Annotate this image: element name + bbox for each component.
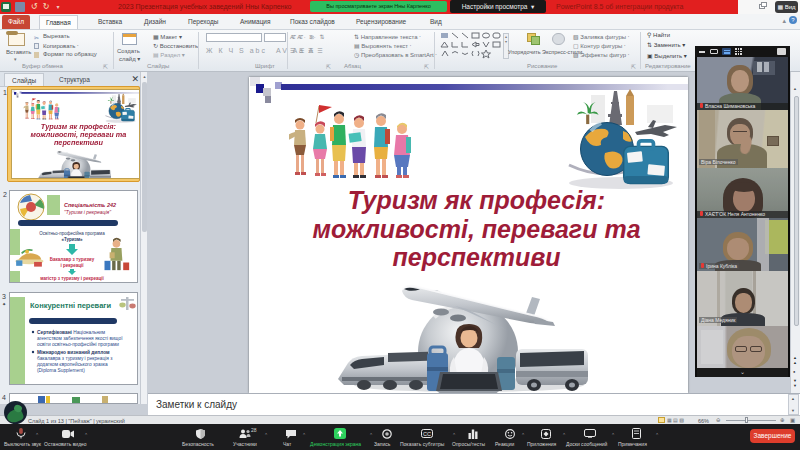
svg-text:додатком європейського зразка: додатком європейського зразка bbox=[37, 361, 108, 367]
svg-text:«Туризм»: «Туризм» bbox=[62, 237, 83, 242]
svg-text:(Diploma Supplement): (Diploma Supplement) bbox=[37, 368, 85, 373]
svg-text:і рекреації: і рекреації bbox=[60, 263, 84, 268]
svg-text:Сертифіковані Національним: Сертифіковані Національним bbox=[37, 329, 105, 335]
svg-text:бакалавра з туризму і рекреаці: бакалавра з туризму і рекреація з bbox=[37, 356, 113, 361]
svg-text:освіти освітньо-професійні про: освіти освітньо-професійні програми bbox=[37, 341, 119, 347]
svg-text:агентством забезпечення якості: агентством забезпечення якості вищої bbox=[37, 336, 123, 341]
svg-text:"Туризм і рекреація": "Туризм і рекреація" bbox=[64, 209, 111, 215]
svg-text:магістр з туризму і рекреації: магістр з туризму і рекреації bbox=[40, 276, 104, 281]
svg-text:CC: CC bbox=[423, 431, 431, 437]
svg-text:Освітньо-професійна програма: Освітньо-професійна програма bbox=[39, 230, 105, 236]
svg-text:Міжнародно визнаний диплом: Міжнародно визнаний диплом bbox=[37, 349, 110, 355]
svg-text:Бакалавр з туризму: Бакалавр з туризму bbox=[50, 257, 95, 262]
svg-text:Конкурентні переваги: Конкурентні переваги bbox=[30, 301, 111, 310]
svg-text:Спеціальність 242: Спеціальність 242 bbox=[64, 202, 116, 208]
